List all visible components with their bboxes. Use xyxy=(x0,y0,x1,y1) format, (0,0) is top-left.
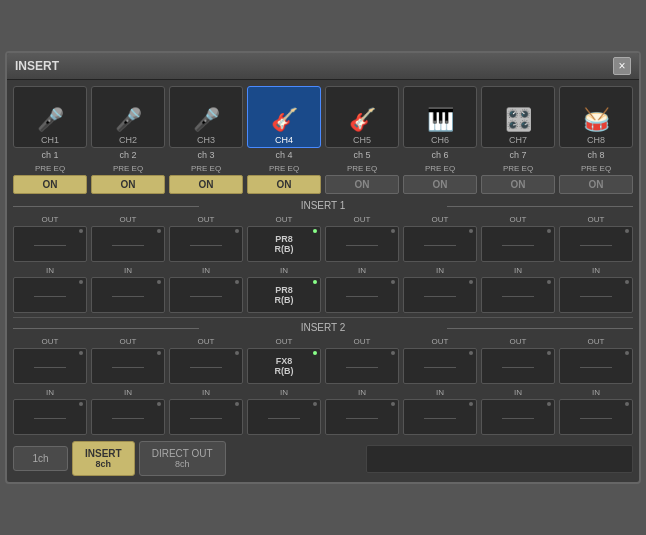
insert1-in-row-label-1: IN xyxy=(124,266,132,275)
insert2-in-row-slot-4[interactable]: ———— xyxy=(325,399,399,435)
channel-icon-ch6: 🎹 xyxy=(427,107,454,133)
insert2-in-row-indicator-0 xyxy=(79,402,83,406)
pre-eq-label-ch4: PRE EQ xyxy=(269,164,299,173)
insert2-out-row-indicator-7 xyxy=(625,351,629,355)
insert2-out-row-slot-3[interactable]: FX8 R(B) xyxy=(247,348,321,384)
tab-empty-area xyxy=(366,445,633,473)
insert1-out-row-text-7: ———— xyxy=(580,240,612,249)
insert2-out-row-slot-6[interactable]: ———— xyxy=(481,348,555,384)
insert1-out-row-slot-5[interactable]: ———— xyxy=(403,226,477,262)
title-bar: INSERT × xyxy=(7,53,639,80)
insert2-in-row-indicator-7 xyxy=(625,402,629,406)
insert2-in-row-slot-5[interactable]: ———— xyxy=(403,399,477,435)
channel-icon-ch8: 🥁 xyxy=(583,107,610,133)
insert2-in-row-label-7: IN xyxy=(592,388,600,397)
pre-eq-label-ch5: PRE EQ xyxy=(347,164,377,173)
channel-label-ch8: CH8 xyxy=(587,135,605,145)
pre-eq-on-btn-ch3[interactable]: ON xyxy=(169,175,243,194)
close-button[interactable]: × xyxy=(613,57,631,75)
channel-button-ch7[interactable]: 🎛️CH7 xyxy=(481,86,555,148)
insert2-out-row-text-3: FX8 R(B) xyxy=(275,356,294,376)
insert2-out-row-cell-3: OUTFX8 R(B) xyxy=(247,337,321,384)
insert2-in-row-text-6: ———— xyxy=(502,413,534,422)
insert1-in-row-text-4: ———— xyxy=(346,291,378,300)
insert1-out-row-slot-1[interactable]: ———— xyxy=(91,226,165,262)
insert1-out-row-cell-6: OUT———— xyxy=(481,215,555,262)
insert2-out-row-slot-1[interactable]: ———— xyxy=(91,348,165,384)
pre-eq-row: PRE EQONPRE EQONPRE EQONPRE EQONPRE EQON… xyxy=(13,164,633,194)
insert1-out-row-label-3: OUT xyxy=(276,215,293,224)
insert1-out-row-label-6: OUT xyxy=(510,215,527,224)
insert2-in-row-label-3: IN xyxy=(280,388,288,397)
channel-button-ch2[interactable]: 🎤CH2 xyxy=(91,86,165,148)
insert1-out-row-slot-0[interactable]: ———— xyxy=(13,226,87,262)
insert2-in-row-text-0: ———— xyxy=(34,413,66,422)
pre-eq-on-btn-ch8[interactable]: ON xyxy=(559,175,633,194)
insert2-out-row-indicator-2 xyxy=(235,351,239,355)
channel-button-ch6[interactable]: 🎹CH6 xyxy=(403,86,477,148)
pre-eq-label-ch8: PRE EQ xyxy=(581,164,611,173)
insert1-out-row-slot-6[interactable]: ———— xyxy=(481,226,555,262)
insert2-out-row-slot-4[interactable]: ———— xyxy=(325,348,399,384)
channel-button-ch5[interactable]: 🎸CH5 xyxy=(325,86,399,148)
insert2-out-row-indicator-5 xyxy=(469,351,473,355)
insert2-in-row-slot-7[interactable]: ———— xyxy=(559,399,633,435)
insert1-in-row-slot-3[interactable]: PR8 R(B) xyxy=(247,277,321,313)
channel-button-ch3[interactable]: 🎤CH3 xyxy=(169,86,243,148)
pre-eq-on-btn-ch1[interactable]: ON xyxy=(13,175,87,194)
insert1-in-row-slot-5[interactable]: ———— xyxy=(403,277,477,313)
insert2-in-row-text-4: ———— xyxy=(346,413,378,422)
insert1-in-row-slot-6[interactable]: ———— xyxy=(481,277,555,313)
insert1-in-row-text-3: PR8 R(B) xyxy=(275,285,294,305)
insert1-out-row-indicator-3 xyxy=(313,229,317,233)
channel-button-ch4[interactable]: 🎸CH4 xyxy=(247,86,321,148)
insert1-in-row-slot-0[interactable]: ———— xyxy=(13,277,87,313)
channel-cell-ch4: 🎸CH4ch 4 xyxy=(247,86,321,160)
insert1-in-row-cell-6: IN———— xyxy=(481,266,555,313)
insert1-out-row-text-5: ———— xyxy=(424,240,456,249)
pre-eq-cell-ch6: PRE EQON xyxy=(403,164,477,194)
insert1-out-row-text-2: ———— xyxy=(190,240,222,249)
insert1-in-row-slot-4[interactable]: ———— xyxy=(325,277,399,313)
insert2-in-row-text-2: ———— xyxy=(190,413,222,422)
insert1-in-row-text-6: ———— xyxy=(502,291,534,300)
insert2-in-row-label-2: IN xyxy=(202,388,210,397)
tab-insert-8ch[interactable]: INSERT 8ch xyxy=(72,441,135,476)
pre-eq-on-btn-ch2[interactable]: ON xyxy=(91,175,165,194)
pre-eq-cell-ch2: PRE EQON xyxy=(91,164,165,194)
insert1-out-row-slot-4[interactable]: ———— xyxy=(325,226,399,262)
insert2-out-row-slot-0[interactable]: ———— xyxy=(13,348,87,384)
insert1-in-row-slot-2[interactable]: ———— xyxy=(169,277,243,313)
pre-eq-on-btn-ch4[interactable]: ON xyxy=(247,175,321,194)
insert2-in-row-slot-3[interactable]: ———— xyxy=(247,399,321,435)
insert1-out-row-indicator-7 xyxy=(625,229,629,233)
channel-button-ch8[interactable]: 🥁CH8 xyxy=(559,86,633,148)
insert2-out-row-cell-1: OUT———— xyxy=(91,337,165,384)
insert2-out-row-slot-5[interactable]: ———— xyxy=(403,348,477,384)
insert1-out-row-slot-7[interactable]: ———— xyxy=(559,226,633,262)
insert1-out-row-slot-2[interactable]: ———— xyxy=(169,226,243,262)
insert1-out-row-indicator-4 xyxy=(391,229,395,233)
insert2-out-row-slot-2[interactable]: ———— xyxy=(169,348,243,384)
pre-eq-on-btn-ch6[interactable]: ON xyxy=(403,175,477,194)
insert2-in-row-slot-2[interactable]: ———— xyxy=(169,399,243,435)
insert1-out-row-text-1: ———— xyxy=(112,240,144,249)
pre-eq-cell-ch4: PRE EQON xyxy=(247,164,321,194)
insert2-in-row-slot-0[interactable]: ———— xyxy=(13,399,87,435)
channel-button-ch1[interactable]: 🎤CH1 xyxy=(13,86,87,148)
pre-eq-on-btn-ch7[interactable]: ON xyxy=(481,175,555,194)
insert2-out-row-label-4: OUT xyxy=(354,337,371,346)
tab-1ch[interactable]: 1ch xyxy=(13,446,68,471)
insert2-out-row-label-3: OUT xyxy=(276,337,293,346)
pre-eq-on-btn-ch5[interactable]: ON xyxy=(325,175,399,194)
insert1-in-row-slot-7[interactable]: ———— xyxy=(559,277,633,313)
insert1-in-row-slot-1[interactable]: ———— xyxy=(91,277,165,313)
insert2-in-row-slot-6[interactable]: ———— xyxy=(481,399,555,435)
insert2-out-row-slot-7[interactable]: ———— xyxy=(559,348,633,384)
insert2-in-row: IN————IN————IN————IN————IN————IN————IN——… xyxy=(13,388,633,435)
insert2-in-row-slot-1[interactable]: ———— xyxy=(91,399,165,435)
insert2-in-row-indicator-6 xyxy=(547,402,551,406)
tab-direct-out-8ch[interactable]: DIRECT OUT 8ch xyxy=(139,441,226,476)
insert1-out-row-slot-3[interactable]: PR8 R(B) xyxy=(247,226,321,262)
channel-name-ch7: ch 7 xyxy=(509,150,526,160)
